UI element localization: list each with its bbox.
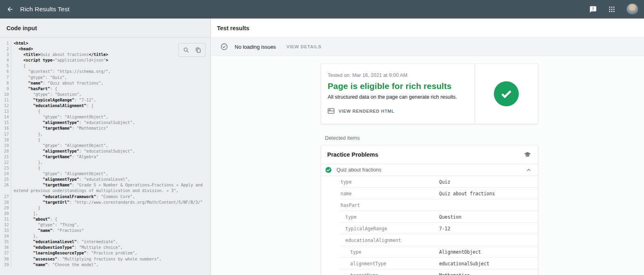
attribute-value: Quiz about fractions: [439, 191, 495, 196]
view-details-button[interactable]: VIEW DETAILS: [287, 44, 322, 49]
code-text: "alignmentType": "educationalSubject",: [11, 149, 135, 154]
back-button[interactable]: [0, 0, 20, 19]
code-text: "@type": "AlignmentObject",: [11, 143, 108, 149]
code-text: "assesses": "Multiplying fractions by wh…: [11, 256, 161, 262]
code-text: <html>: [11, 41, 28, 46]
code-input-panel: Code input 1<html>2 <head>3 <title: [0, 19, 211, 275]
code-line: 22 },: [0, 160, 211, 165]
code-toolbar: [178, 43, 206, 57]
code-lines: 1<html>2 <head>3 <title>Quiz about fract…: [0, 38, 211, 268]
code-line: 15 "alignmentType": "educationalSubject"…: [0, 120, 211, 126]
search-button[interactable]: [183, 47, 189, 53]
code-text: "targetName": "Mathematics": [11, 126, 108, 131]
attribute-row: nameQuiz about fractions: [321, 188, 538, 199]
line-number: 9: [0, 86, 11, 92]
line-number: 2: [0, 46, 11, 52]
line-number: [0, 188, 11, 194]
result-summary-text: Tested on: Mar 16, 2021 at 9:00 AM Page …: [321, 64, 475, 124]
attribute-value: Quiz: [439, 179, 450, 185]
test-results-title: Test results: [217, 25, 249, 31]
code-line: 37 "learningResourceType": "Practice pro…: [0, 250, 211, 256]
detected-item-row[interactable]: Quiz about fractions: [321, 164, 538, 176]
line-number: 6: [0, 69, 11, 74]
copy-button[interactable]: [195, 47, 201, 53]
code-input-title: Code input: [6, 25, 37, 31]
code-line: 20 "alignmentType": "educationalSubject"…: [0, 149, 211, 154]
code-line: 4 <script type="application/ld+json">: [0, 58, 211, 63]
view-rendered-html-button[interactable]: VIEW RENDERED HTML: [328, 108, 466, 114]
attribute-value: educationalSubject: [439, 261, 489, 267]
feedback-button[interactable]: [589, 6, 597, 13]
code-editor[interactable]: 1<html>2 <head>3 <title>Quiz about fract…: [0, 38, 211, 275]
attribute-row: typeAlignmentObject: [321, 246, 538, 258]
attribute-key: alignmentType: [321, 261, 386, 267]
code-line: 38 "assesses": "Multiplying fractions by…: [0, 256, 211, 262]
code-text: "educationalFramework": "Common Core",: [11, 194, 135, 200]
line-number: 7: [0, 75, 11, 81]
code-line: 31 "about": {: [0, 217, 211, 222]
code-text: "@type": "AlignmentObject",: [11, 114, 108, 120]
attribute-row: typicalAgeRange7-12: [321, 223, 538, 234]
line-number: 19: [0, 143, 11, 149]
code-text: },: [11, 160, 43, 165]
line-number: 29: [0, 205, 11, 211]
school-icon: [524, 151, 531, 159]
attribute-value: Question: [439, 214, 461, 220]
code-text: "@type": "Thing",: [11, 222, 79, 228]
app-title: Rich Results Test: [20, 6, 70, 13]
code-line: 18 {: [0, 137, 211, 143]
detected-card-title: Practice Problems: [327, 151, 524, 158]
line-number: 38: [0, 256, 11, 262]
code-line: 34 },: [0, 234, 211, 239]
attribute-row: typeQuestion: [321, 211, 538, 223]
tested-on-label: Tested on: Mar 16, 2021 at 9:00 AM: [328, 72, 466, 78]
code-text: },: [11, 234, 38, 239]
avatar[interactable]: [627, 4, 638, 15]
code-text: {: [11, 137, 40, 143]
line-number: 22: [0, 160, 11, 165]
check-circle-outline-icon: [221, 43, 228, 50]
main-split: Code input 1<html>2 <head>3 <title: [0, 19, 644, 275]
line-number: 32: [0, 222, 11, 228]
code-text: "educationalLevel": "intermediate",: [11, 239, 118, 245]
code-text: <script type="application/ld+json">: [11, 58, 108, 63]
code-line: 14 "@type": "AlignmentObject",: [0, 114, 211, 120]
attribute-key: hasPart: [321, 203, 360, 208]
result-summary-card: Tested on: Mar 16, 2021 at 9:00 AM Page …: [321, 64, 538, 124]
code-text: "hasPart": {: [11, 86, 57, 92]
chevron-up-icon[interactable]: [526, 167, 531, 173]
code-text: "learningResourceType": "Practice proble…: [11, 250, 137, 256]
code-text: "@type": "Quiz",: [11, 75, 67, 81]
line-number: 35: [0, 239, 11, 245]
code-line: 35 "educationalLevel": "intermediate",: [0, 239, 211, 245]
app-bar: Rich Results Test: [0, 0, 644, 19]
code-text: "name": "Choose the model",: [11, 262, 99, 268]
line-number: 21: [0, 154, 11, 160]
arrow-left-icon: [6, 6, 14, 13]
code-text: "eduQuestionType": "Multiple choice",: [11, 245, 123, 250]
line-number: 14: [0, 114, 11, 120]
code-line: 24 "@type": "AlignmentObject",: [0, 171, 211, 177]
code-text: "@type": "Question",: [11, 92, 82, 97]
line-number: 27: [0, 194, 11, 200]
code-line: 6 "@context": "https://schema.org/",: [0, 69, 211, 74]
feedback-icon: [589, 6, 597, 13]
line-number: 28: [0, 200, 11, 205]
line-number: 25: [0, 177, 11, 182]
code-line: 30 ],: [0, 211, 211, 217]
copy-icon: [195, 47, 201, 53]
search-icon: [183, 47, 189, 53]
apps-grid-button[interactable]: [608, 6, 615, 13]
code-line: extend previous understandings of multip…: [0, 188, 211, 194]
code-line: 36 "eduQuestionType": "Multiple choice",: [0, 245, 211, 250]
line-number: 3: [0, 52, 11, 58]
code-text: extend previous understandings of multip…: [11, 188, 178, 194]
code-line: 39 "name": "Choose the model",: [0, 262, 211, 268]
code-text: "name": "Fractions": [11, 228, 84, 234]
code-line: 5 {: [0, 63, 211, 69]
code-line: 28 "targetUrl": "http://www.corestandard…: [0, 200, 211, 205]
line-number: 33: [0, 228, 11, 234]
detected-item-name: Quiz about fractions: [336, 167, 526, 173]
eligible-heading: Page is eligible for rich results: [328, 81, 466, 91]
code-line: 16 "targetName": "Mathematics": [0, 126, 211, 131]
